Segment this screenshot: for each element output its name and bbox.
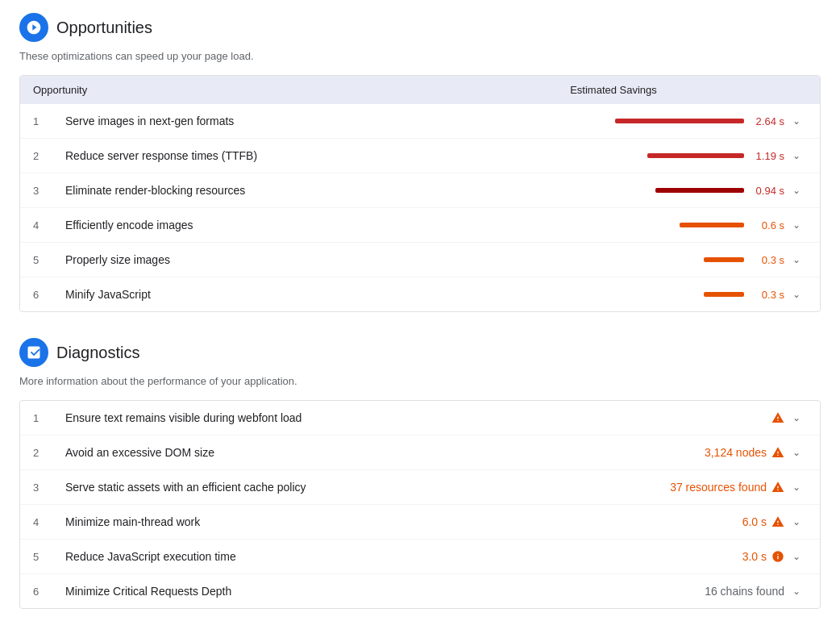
table-row[interactable]: 6 Minify JavaScript 0.3 s ⌄ [20,277,820,311]
row-label: Minimize main-thread work [65,515,736,528]
row-label: Minimize Critical Requests Depth [65,585,698,598]
savings-bar [647,153,744,158]
row-number: 3 [33,185,59,197]
col-opportunity-header: Opportunity [33,84,420,96]
row-number: 1 [33,115,59,127]
bar-container [559,119,744,123]
chevron-icon[interactable]: ⌄ [791,480,807,494]
diag-value: 3,124 nodes [705,446,767,459]
row-number: 4 [33,516,59,528]
bar-container [559,188,744,193]
warning-icon [771,446,784,459]
row-label: Minify JavaScript [65,288,552,301]
row-metric: 0.6 s [559,219,784,231]
row-label: Eliminate render-blocking resources [65,184,552,197]
table-row[interactable]: 5 Properly size images 0.3 s ⌄ [20,242,820,277]
row-number: 5 [33,551,59,563]
diag-metric: 3,124 nodes [705,446,784,459]
diagnostics-table: 1 Ensure text remains visible during web… [19,400,821,609]
chevron-icon[interactable]: ⌄ [791,515,807,529]
chevron-icon[interactable]: ⌄ [791,218,807,232]
savings-value: 0.6 s [751,219,784,231]
chevron-icon[interactable]: ⌄ [791,114,807,128]
table-row[interactable]: 1 Serve images in next-gen formats 2.64 … [20,104,820,138]
info-icon [771,550,784,563]
row-number: 3 [33,482,59,494]
diag-value: 6.0 s [742,515,767,528]
savings-bar [704,292,744,297]
diagnostics-row[interactable]: 2 Avoid an excessive DOM size 3,124 node… [20,435,820,469]
row-metric: 1.19 s [559,150,784,162]
row-number: 4 [33,219,59,231]
table-row[interactable]: 3 Eliminate render-blocking resources 0.… [20,173,820,207]
chevron-icon[interactable]: ⌄ [791,411,807,425]
table-row[interactable]: 4 Efficiently encode images 0.6 s ⌄ [20,207,820,242]
savings-value: 0.3 s [751,289,784,301]
row-label: Reduce JavaScript execution time [65,550,736,563]
col-savings-header: Estimated Savings [420,84,807,96]
opportunities-header: Opportunities [19,13,821,42]
diagnostics-title: Diagnostics [56,344,139,362]
opportunities-rows: 1 Serve images in next-gen formats 2.64 … [20,104,820,311]
savings-bar [615,119,744,123]
diag-value: 37 resources found [670,481,767,494]
chevron-icon[interactable]: ⌄ [791,183,807,198]
row-label: Reduce server response times (TTFB) [65,149,552,162]
chevron-icon[interactable]: ⌄ [791,584,807,598]
diag-metric: 37 resources found [670,481,784,494]
row-metric: 0.3 s [559,289,784,301]
chevron-icon[interactable]: ⌄ [791,287,807,302]
row-number: 1 [33,412,59,424]
row-number: 2 [33,150,59,162]
row-label: Efficiently encode images [65,219,552,231]
diagnostics-row[interactable]: 6 Minimize Critical Requests Depth 16 ch… [20,573,820,608]
diagnostics-section: Diagnostics More information about the p… [19,338,821,609]
bar-container [559,153,744,158]
savings-value: 1.19 s [751,150,784,162]
chevron-icon[interactable]: ⌄ [791,549,807,564]
row-number: 5 [33,254,59,266]
diag-metric: 3.0 s [742,550,784,563]
diag-value: 3.0 s [742,550,767,563]
diagnostics-rows: 1 Ensure text remains visible during web… [20,401,820,608]
savings-bar [655,188,744,193]
row-number: 6 [33,586,59,598]
table-row[interactable]: 2 Reduce server response times (TTFB) 1.… [20,138,820,173]
row-label: Serve images in next-gen formats [65,115,552,127]
opportunities-table: Opportunity Estimated Savings 1 Serve im… [19,75,821,312]
diag-metric: 16 chains found [705,585,784,598]
bar-container [559,292,744,297]
savings-value: 2.64 s [751,115,784,127]
warning-icon [771,515,784,528]
savings-bar [680,223,744,227]
diagnostics-row[interactable]: 4 Minimize main-thread work 6.0 s ⌄ [20,504,820,539]
diag-value: 16 chains found [705,585,784,598]
row-number: 2 [33,447,59,459]
opportunities-table-header: Opportunity Estimated Savings [20,76,820,104]
diagnostics-row[interactable]: 5 Reduce JavaScript execution time 3.0 s… [20,539,820,573]
savings-bar [704,257,744,262]
row-metric: 0.94 s [559,185,784,197]
row-label: Serve static assets with an efficient ca… [65,481,663,494]
diag-metric [771,411,784,424]
row-metric: 2.64 s [559,115,784,127]
row-label: Avoid an excessive DOM size [65,446,698,459]
opportunities-title: Opportunities [56,19,152,37]
warning-icon [771,481,784,494]
row-label: Properly size images [65,253,552,266]
opportunities-subtitle: These optimizations can speed up your pa… [19,50,821,62]
chevron-icon[interactable]: ⌄ [791,445,807,460]
bar-container [559,257,744,262]
diagnostics-icon [19,338,48,367]
diagnostics-row[interactable]: 3 Serve static assets with an efficient … [20,469,820,504]
opportunities-icon [19,13,48,42]
row-metric: 0.3 s [559,254,784,266]
savings-value: 0.3 s [751,254,784,266]
row-number: 6 [33,289,59,301]
chevron-icon[interactable]: ⌄ [791,148,807,163]
warning-icon [771,411,784,424]
diagnostics-subtitle: More information about the performance o… [19,375,821,387]
bar-container [559,223,744,227]
diagnostics-row[interactable]: 1 Ensure text remains visible during web… [20,401,820,435]
chevron-icon[interactable]: ⌄ [791,252,807,267]
